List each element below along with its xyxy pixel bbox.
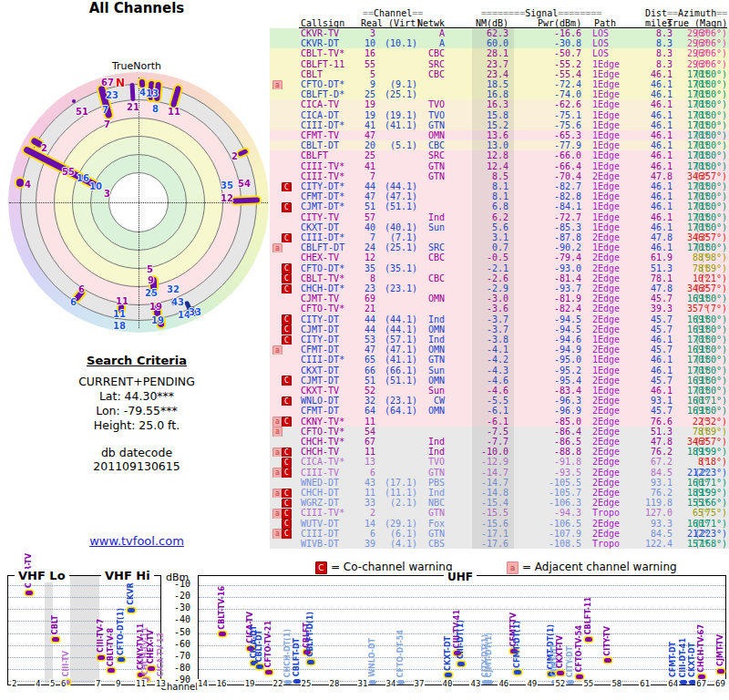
cell-pwr: -93.0 (534, 263, 581, 273)
cell-miles: 46.1 (632, 99, 673, 109)
cell-path: 2Edge (592, 345, 632, 355)
cell-miles: 46.1 (632, 191, 673, 201)
cell-path: 2Edge (592, 447, 632, 457)
cell-magn: (180°) (689, 345, 727, 355)
cell-path: 2Edge (592, 232, 632, 242)
chart-bar (604, 658, 611, 663)
cell-miles: 46.1 (632, 222, 673, 232)
cell-path: 2Edge (592, 273, 632, 283)
uhf-chart-panel: CBLT-TV-16CICA-TVCICA-DTCBLT-DTCFTO-TV-2… (198, 575, 726, 685)
cell-netwk (414, 201, 445, 211)
cell-real: 64 (355, 406, 375, 416)
cell-virt: (23.1) (377, 396, 417, 406)
polar-channel-label: 2 (41, 143, 47, 153)
polar-signal-marker (72, 99, 76, 103)
channel-tick: 2 (11, 679, 17, 688)
cell-magn: (180°) (689, 181, 727, 191)
cell-path: 1Edge (592, 161, 632, 171)
cell-netwk: CBC (414, 48, 445, 58)
cell-netwk: Sun (414, 222, 445, 232)
cell-virt: (6.1) (377, 529, 417, 539)
chart-bar (26, 591, 33, 595)
cell-callsign: CBLT (301, 69, 361, 79)
cell-miles: 76.2 (632, 447, 673, 457)
db-datecode-label: db datecode (36, 446, 237, 459)
cell-magn: (306°) (689, 28, 727, 38)
dbm-tick: -50 (160, 627, 190, 637)
cell-callsign: CITY-DT (301, 335, 361, 345)
co-channel-legend-icon: C (315, 561, 327, 574)
cell-virt (377, 437, 417, 447)
channel-tick: 58 (611, 679, 622, 688)
cell-real: 55 (355, 59, 375, 69)
channel-tick: 11 (135, 679, 147, 688)
cell-callsign: CJMT-DT (301, 324, 361, 335)
cell-magn: (180°) (689, 69, 727, 79)
channel-tick: 69 (714, 679, 726, 688)
cell-virt (377, 468, 417, 478)
cell-virt: (23.1) (377, 283, 417, 293)
cell-path: 2Edge (592, 519, 632, 529)
polar-channel-label: 12 (221, 193, 233, 203)
cell-magn: (180°) (689, 406, 727, 416)
cell-magn: (180°) (689, 140, 727, 150)
channel-tick: 14 (197, 679, 209, 688)
channel-tick: 31 (357, 679, 369, 688)
cell-magn: (18°) (689, 457, 727, 467)
cell-magn: (180°) (689, 365, 727, 376)
cell-path: 1Edge (592, 355, 632, 365)
cell-pwr: -82.8 (534, 191, 581, 201)
cell-miles: 46.1 (632, 120, 673, 130)
station-label: CJMT-DT(1) (485, 633, 493, 677)
cell-callsign: CBLT-TV* (301, 273, 361, 283)
cell-netwk (414, 191, 445, 201)
cell-netwk: GTN (414, 468, 445, 478)
cell-netwk: OMN (414, 345, 445, 355)
cell-real: 3 (355, 28, 375, 38)
cell-callsign: WUTV-DT (301, 519, 361, 529)
channel-tick: 7 (95, 679, 101, 688)
station-label: CFMT-DT(1) (513, 621, 521, 668)
cell-path: 2Edge (592, 437, 632, 447)
cell-magn: (223°) (689, 468, 727, 478)
cell-netwk (414, 181, 445, 191)
cell-path: 2Edge (592, 457, 632, 467)
cell-pwr: -55.2 (534, 59, 581, 69)
tvfool-link[interactable]: www.tvfool.com (89, 534, 184, 548)
cell-virt: (29.1) (377, 519, 417, 529)
channel-tick: 16 (216, 679, 228, 688)
cell-pwr: -94.5 (534, 314, 581, 324)
cell-netwk: GTN (414, 161, 445, 171)
cell-miles: 51.3 (632, 263, 673, 273)
polar-channel-label: 19 (149, 302, 162, 312)
cell-virt: (47.1) (377, 345, 417, 355)
cell-pwr: -55.4 (534, 69, 581, 79)
tvfool-report: All Channels TrueNorth 67N23772141381151… (0, 0, 729, 700)
cell-netwk: CBC (414, 69, 445, 79)
polar-channel-label: 11 (168, 107, 180, 117)
polar-channel-label: 19 (151, 315, 164, 325)
cell-virt: (64.1) (377, 406, 417, 416)
dbm-tick: -80 (160, 663, 190, 673)
cell-path: 1Edge (592, 150, 632, 160)
cell-pwr: -30.8 (534, 38, 581, 48)
cell-real: 40 (355, 222, 375, 232)
cell-real: 16 (355, 48, 375, 58)
station-label: CITY-TV (603, 626, 611, 656)
cell-path: LOS (592, 38, 632, 48)
cell-virt (377, 69, 417, 79)
gridline (199, 609, 725, 610)
cell-pwr: -84.1 (534, 201, 581, 211)
cell-pwr: -87.8 (534, 232, 581, 242)
cell-virt: (7.1) (377, 232, 417, 242)
cell-magn: (199°) (689, 488, 727, 498)
cell-real: 44 (355, 181, 375, 191)
station-label: CITY-DT (566, 646, 574, 677)
cell-miles: 46.1 (632, 150, 673, 160)
cell-virt (377, 171, 417, 181)
cell-real: 11 (355, 417, 375, 427)
cell-pwr: -105.5 (534, 478, 581, 488)
cell-netwk: A (414, 28, 445, 38)
cell-callsign: CITY-TV (301, 212, 361, 222)
station-label: CBLFT-11 (584, 597, 592, 634)
